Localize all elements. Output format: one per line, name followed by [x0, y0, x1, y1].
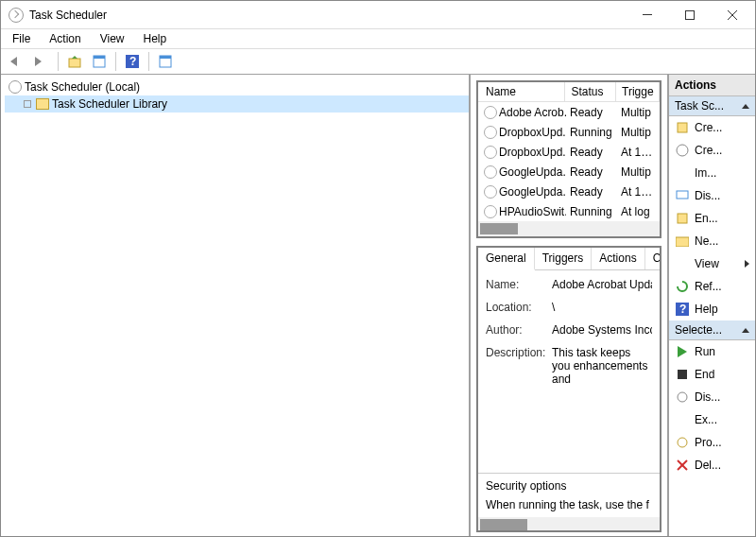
clock-icon	[484, 185, 497, 199]
toolbar-separator	[115, 52, 116, 71]
location-value: \	[552, 301, 652, 314]
maximize-button[interactable]	[668, 1, 711, 28]
table-row[interactable]: DropboxUpd...RunningMultip	[478, 122, 660, 142]
action-create-basic[interactable]: Cre...	[669, 116, 755, 139]
clock-icon	[484, 126, 497, 139]
svg-point-20	[678, 438, 687, 447]
history-icon	[675, 211, 690, 226]
action-new-folder[interactable]: Ne...	[669, 230, 755, 252]
description-label: Description:	[486, 346, 552, 386]
action-display-running[interactable]: Dis...	[669, 184, 755, 207]
help-button[interactable]: ?	[122, 51, 143, 72]
scroll-thumb[interactable]	[480, 519, 527, 530]
clock-icon	[9, 80, 22, 94]
disable-icon	[675, 390, 690, 405]
submenu-arrow-icon	[745, 260, 749, 268]
up-button[interactable]	[64, 51, 85, 72]
close-button[interactable]	[711, 1, 753, 28]
tree-item-label: Task Scheduler Library	[52, 97, 167, 111]
collapse-icon	[742, 328, 749, 333]
svg-rect-11	[678, 123, 687, 132]
svg-rect-13	[677, 191, 688, 199]
back-button[interactable]	[7, 51, 27, 72]
tabs: General Triggers Actions Cc ‹ ›	[478, 248, 660, 270]
table-row[interactable]: GoogleUpda...ReadyAt 10:5	[478, 182, 660, 201]
center-pane: Name Status Trigge Adobe Acrob...ReadyMu…	[471, 75, 669, 537]
security-text: When running the task, use the f	[486, 498, 652, 511]
svg-rect-6	[94, 56, 105, 59]
table-row[interactable]: Adobe Acrob...ReadyMultip	[478, 102, 660, 122]
svg-rect-15	[676, 237, 689, 247]
properties-button[interactable]	[89, 51, 110, 72]
display-icon	[675, 188, 690, 203]
action-end[interactable]: End	[669, 363, 755, 386]
tab-actions[interactable]: Actions	[592, 248, 644, 269]
action-disable[interactable]: Dis...	[669, 386, 755, 408]
export-icon	[675, 412, 690, 427]
security-title: Security options	[486, 479, 652, 493]
horizontal-scrollbar[interactable]	[478, 221, 660, 236]
tab-conditions[interactable]: Cc	[645, 248, 662, 269]
action-import[interactable]: Im...	[669, 162, 755, 184]
pane-button[interactable]	[155, 51, 176, 72]
menu-action[interactable]: Action	[42, 30, 88, 47]
header-status[interactable]: Status	[565, 82, 616, 101]
header-name[interactable]: Name	[478, 82, 565, 101]
clock-icon	[484, 165, 497, 179]
play-icon	[675, 344, 690, 359]
tree-item-root[interactable]: Task Scheduler (Local)	[5, 78, 469, 95]
menubar: File Action View Help	[1, 29, 755, 48]
name-value: Adobe Acrobat Upda	[552, 278, 652, 291]
tree-item-library[interactable]: Task Scheduler Library	[5, 95, 469, 113]
svg-text:?: ?	[679, 303, 686, 316]
svg-rect-18	[678, 370, 687, 379]
name-label: Name:	[486, 278, 552, 291]
expand-icon[interactable]	[24, 100, 31, 108]
action-help[interactable]: ?Help	[669, 298, 755, 320]
svg-point-12	[677, 145, 688, 156]
collapse-icon	[742, 104, 749, 109]
table-row[interactable]: DropboxUpd...ReadyAt 10:0	[478, 142, 660, 162]
svg-rect-10	[160, 56, 171, 59]
blank-icon	[675, 256, 690, 271]
action-view[interactable]: View	[669, 252, 755, 275]
action-delete[interactable]: Del...	[669, 454, 755, 476]
action-create-task[interactable]: Cre...	[669, 139, 755, 162]
header-triggers[interactable]: Trigge	[616, 82, 660, 101]
table-row[interactable]: HPAudioSwit...RunningAt log	[478, 201, 660, 221]
clock-icon	[484, 146, 497, 159]
tab-triggers[interactable]: Triggers	[535, 248, 593, 269]
detail-pane: General Triggers Actions Cc ‹ › Name:Ado…	[476, 246, 662, 532]
properties-icon	[675, 435, 690, 450]
security-options: Security options When running the task, …	[478, 473, 660, 517]
svg-rect-1	[685, 10, 694, 19]
action-run[interactable]: Run	[669, 340, 755, 363]
forward-button[interactable]	[31, 51, 52, 72]
general-form: Name:Adobe Acrobat Upda Location:\ Autho…	[478, 270, 660, 467]
author-value: Adobe Systems Incc	[552, 323, 652, 337]
task-list: Name Status Trigge Adobe Acrob...ReadyMu…	[476, 80, 662, 238]
actions-group-library[interactable]: Task Sc...	[669, 96, 755, 116]
tree-pane: Task Scheduler (Local) Task Scheduler Li…	[1, 75, 471, 537]
description-value: This task keeps you enhancements and	[552, 346, 652, 386]
actions-pane: Actions Task Sc... Cre... Cre... Im... D…	[669, 75, 755, 537]
minimize-button[interactable]	[626, 1, 668, 28]
action-enable-history[interactable]: En...	[669, 207, 755, 230]
table-header: Name Status Trigge	[478, 82, 660, 102]
scroll-thumb[interactable]	[480, 223, 518, 234]
table-row[interactable]: GoogleUpda...ReadyMultip	[478, 162, 660, 182]
toolbar-separator	[148, 52, 149, 71]
horizontal-scrollbar[interactable]	[478, 517, 660, 530]
tab-general[interactable]: General	[478, 248, 535, 270]
stop-icon	[675, 367, 690, 382]
menu-help[interactable]: Help	[136, 30, 175, 47]
action-properties[interactable]: Pro...	[669, 431, 755, 454]
menu-file[interactable]: File	[5, 30, 38, 47]
folder-icon	[36, 98, 49, 110]
svg-text:?: ?	[129, 55, 136, 68]
menu-view[interactable]: View	[93, 30, 132, 47]
action-refresh[interactable]: Ref...	[669, 275, 755, 298]
actions-group-selected[interactable]: Selecte...	[669, 320, 755, 340]
action-export[interactable]: Ex...	[669, 408, 755, 431]
titlebar: Task Scheduler	[1, 1, 755, 29]
